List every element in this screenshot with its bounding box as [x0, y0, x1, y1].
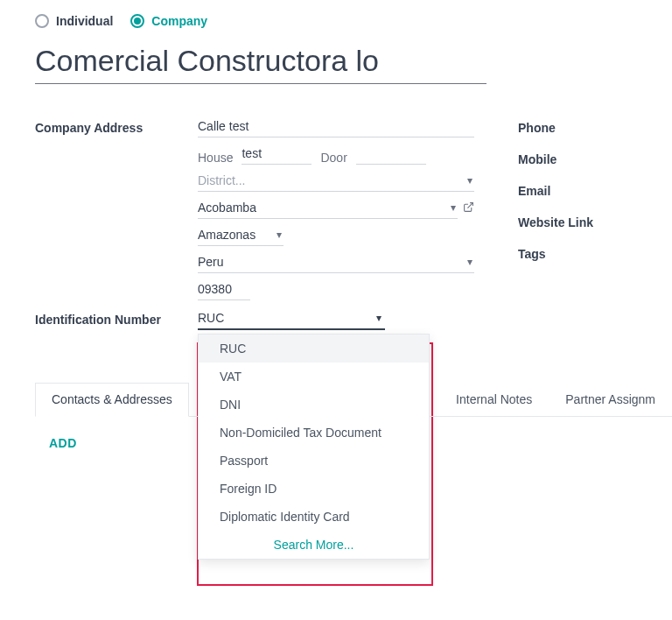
svg-line-0 [467, 202, 472, 208]
email-label: Email [518, 179, 593, 198]
house-input[interactable] [242, 143, 312, 165]
dropdown-option-foreign-id[interactable]: Foreign ID [199, 475, 429, 503]
mobile-label: Mobile [518, 147, 593, 166]
contact-type-radio-group: Individual Company [35, 14, 672, 28]
tags-label: Tags [518, 242, 593, 261]
dropdown-option-passport[interactable]: Passport [199, 447, 429, 475]
dropdown-search-more[interactable]: Search More... [199, 531, 429, 559]
dropdown-option-diplomatic[interactable]: Diplomatic Identity Card [199, 503, 429, 531]
chevron-down-icon: ▾ [467, 256, 472, 268]
radio-circle-icon [35, 14, 49, 28]
external-link-icon[interactable] [463, 201, 474, 215]
country-value: Peru [198, 251, 474, 272]
chevron-down-icon: ▾ [376, 312, 382, 324]
dropdown-option-ruc[interactable]: RUC [199, 335, 429, 363]
state-value: Amazonas [198, 224, 284, 245]
radio-individual-label: Individual [56, 14, 113, 28]
district-value: District... [198, 170, 474, 191]
chevron-down-icon: ▾ [276, 229, 282, 241]
city-select[interactable]: Acobamba ▾ [198, 197, 458, 219]
country-select[interactable]: Peru ▾ [198, 251, 474, 273]
dropdown-option-dni[interactable]: DNI [199, 391, 429, 419]
district-select[interactable]: District... ▾ [198, 170, 474, 192]
add-button[interactable]: ADD [49, 436, 77, 450]
identification-number-label: Identification Number [35, 307, 198, 327]
company-name-input[interactable] [35, 42, 486, 84]
radio-company-label: Company [151, 14, 207, 28]
radio-individual[interactable]: Individual [35, 14, 113, 28]
tab-contacts-addresses[interactable]: Contacts & Addresses [35, 383, 189, 417]
radio-circle-selected-icon [130, 14, 144, 28]
tab-internal-notes[interactable]: Internal Notes [439, 383, 549, 416]
identification-dropdown: RUC VAT DNI Non-Domiciled Tax Document P… [198, 334, 430, 560]
door-input[interactable] [356, 143, 426, 165]
identification-type-select[interactable]: RUC ▾ [198, 307, 385, 330]
door-label: Door [320, 151, 346, 165]
zip-input[interactable] [198, 278, 250, 300]
city-value: Acobamba [198, 197, 458, 218]
chevron-down-icon: ▾ [467, 174, 472, 187]
dropdown-option-non-domiciled[interactable]: Non-Domiciled Tax Document [199, 419, 429, 447]
chevron-down-icon: ▾ [451, 201, 456, 214]
street-input[interactable] [198, 116, 474, 137]
tab-partner-assignment[interactable]: Partner Assignm [549, 383, 672, 416]
company-address-label: Company Address [35, 116, 198, 135]
dropdown-option-vat[interactable]: VAT [199, 363, 429, 391]
state-select[interactable]: Amazonas ▾ [198, 224, 284, 246]
house-label: House [198, 151, 233, 165]
phone-label: Phone [518, 116, 593, 135]
identification-type-value: RUC [198, 307, 385, 328]
website-label: Website Link [518, 210, 593, 229]
radio-company[interactable]: Company [130, 14, 207, 28]
